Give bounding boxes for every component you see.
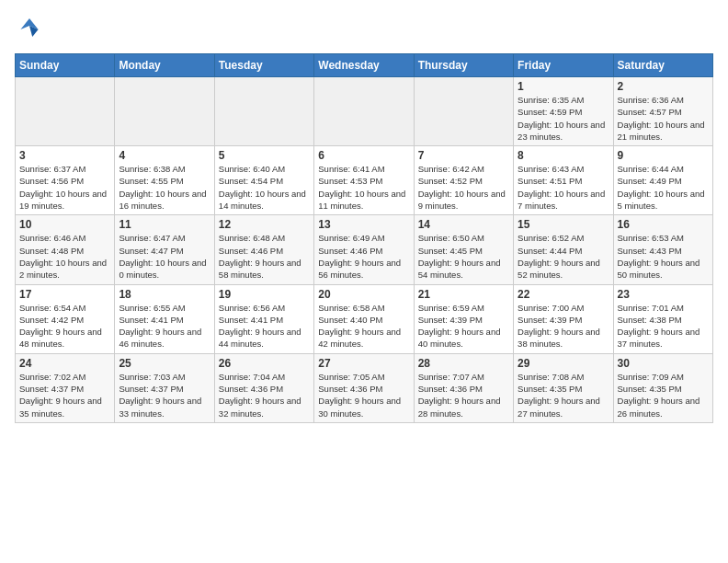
calendar-cell: 22Sunrise: 7:00 AM Sunset: 4:39 PM Dayli… — [514, 284, 613, 353]
weekday-header-thursday: Thursday — [414, 54, 513, 77]
day-number: 18 — [119, 288, 210, 301]
page-header — [15, 15, 713, 44]
calendar-cell: 28Sunrise: 7:07 AM Sunset: 4:36 PM Dayli… — [414, 353, 513, 422]
day-info: Sunrise: 7:08 AM Sunset: 4:35 PM Dayligh… — [518, 371, 609, 419]
calendar-cell: 10Sunrise: 6:46 AM Sunset: 4:48 PM Dayli… — [16, 215, 115, 284]
day-number: 19 — [219, 288, 310, 301]
day-number: 28 — [418, 357, 509, 370]
day-info: Sunrise: 7:00 AM Sunset: 4:39 PM Dayligh… — [518, 302, 609, 350]
day-info: Sunrise: 7:01 AM Sunset: 4:38 PM Dayligh… — [618, 302, 709, 350]
calendar-cell: 5Sunrise: 6:40 AM Sunset: 4:54 PM Daylig… — [214, 146, 313, 215]
day-info: Sunrise: 6:59 AM Sunset: 4:39 PM Dayligh… — [418, 302, 509, 350]
calendar-cell: 6Sunrise: 6:41 AM Sunset: 4:53 PM Daylig… — [314, 146, 414, 215]
calendar-cell: 29Sunrise: 7:08 AM Sunset: 4:35 PM Dayli… — [514, 353, 613, 422]
calendar-cell: 7Sunrise: 6:42 AM Sunset: 4:52 PM Daylig… — [414, 146, 513, 215]
day-info: Sunrise: 6:58 AM Sunset: 4:40 PM Dayligh… — [318, 302, 409, 350]
day-info: Sunrise: 6:37 AM Sunset: 4:56 PM Dayligh… — [19, 163, 110, 212]
day-number: 21 — [418, 288, 509, 301]
weekday-header-tuesday: Tuesday — [214, 54, 313, 77]
day-info: Sunrise: 6:41 AM Sunset: 4:53 PM Dayligh… — [318, 163, 409, 212]
calendar-cell: 20Sunrise: 6:58 AM Sunset: 4:40 PM Dayli… — [314, 284, 414, 353]
calendar-cell: 13Sunrise: 6:49 AM Sunset: 4:46 PM Dayli… — [314, 215, 414, 284]
day-number: 4 — [119, 149, 210, 162]
calendar-cell: 15Sunrise: 6:52 AM Sunset: 4:44 PM Dayli… — [514, 215, 613, 284]
day-info: Sunrise: 7:09 AM Sunset: 4:35 PM Dayligh… — [618, 371, 709, 419]
day-info: Sunrise: 6:43 AM Sunset: 4:51 PM Dayligh… — [518, 163, 609, 212]
day-info: Sunrise: 7:04 AM Sunset: 4:36 PM Dayligh… — [219, 371, 310, 419]
day-number: 17 — [19, 288, 110, 301]
day-number: 2 — [618, 80, 709, 93]
calendar-cell — [16, 77, 115, 146]
day-info: Sunrise: 6:49 AM Sunset: 4:46 PM Dayligh… — [318, 232, 409, 281]
day-info: Sunrise: 6:53 AM Sunset: 4:43 PM Dayligh… — [618, 232, 709, 281]
day-number: 11 — [119, 218, 210, 231]
day-number: 24 — [19, 357, 110, 370]
calendar-cell: 26Sunrise: 7:04 AM Sunset: 4:36 PM Dayli… — [214, 353, 313, 422]
day-info: Sunrise: 6:38 AM Sunset: 4:55 PM Dayligh… — [119, 163, 210, 212]
weekday-header-wednesday: Wednesday — [314, 54, 414, 77]
day-info: Sunrise: 6:50 AM Sunset: 4:45 PM Dayligh… — [418, 232, 509, 281]
day-number: 5 — [219, 149, 310, 162]
day-info: Sunrise: 7:02 AM Sunset: 4:37 PM Dayligh… — [19, 371, 110, 419]
calendar-cell: 17Sunrise: 6:54 AM Sunset: 4:42 PM Dayli… — [16, 284, 115, 353]
calendar-cell: 2Sunrise: 6:36 AM Sunset: 4:57 PM Daylig… — [613, 77, 712, 146]
calendar-cell: 4Sunrise: 6:38 AM Sunset: 4:55 PM Daylig… — [115, 146, 214, 215]
calendar-cell: 30Sunrise: 7:09 AM Sunset: 4:35 PM Dayli… — [613, 353, 712, 422]
weekday-header-sunday: Sunday — [16, 54, 115, 77]
day-number: 26 — [219, 357, 310, 370]
calendar-cell: 12Sunrise: 6:48 AM Sunset: 4:46 PM Dayli… — [214, 215, 313, 284]
day-number: 20 — [318, 288, 409, 301]
day-info: Sunrise: 6:56 AM Sunset: 4:41 PM Dayligh… — [219, 302, 310, 350]
calendar-cell: 8Sunrise: 6:43 AM Sunset: 4:51 PM Daylig… — [514, 146, 613, 215]
day-number: 7 — [418, 149, 509, 162]
calendar-cell: 1Sunrise: 6:35 AM Sunset: 4:59 PM Daylig… — [514, 77, 613, 146]
calendar-cell: 18Sunrise: 6:55 AM Sunset: 4:41 PM Dayli… — [115, 284, 214, 353]
day-number: 25 — [119, 357, 210, 370]
weekday-header-saturday: Saturday — [613, 54, 712, 77]
svg-marker-0 — [20, 18, 38, 29]
day-info: Sunrise: 6:44 AM Sunset: 4:49 PM Dayligh… — [618, 163, 709, 212]
day-number: 23 — [618, 288, 709, 301]
calendar-cell: 24Sunrise: 7:02 AM Sunset: 4:37 PM Dayli… — [16, 353, 115, 422]
calendar-cell: 27Sunrise: 7:05 AM Sunset: 4:36 PM Dayli… — [314, 353, 414, 422]
calendar-cell: 25Sunrise: 7:03 AM Sunset: 4:37 PM Dayli… — [115, 353, 214, 422]
calendar-cell — [314, 77, 414, 146]
day-number: 30 — [618, 357, 709, 370]
day-number: 29 — [518, 357, 609, 370]
day-info: Sunrise: 6:40 AM Sunset: 4:54 PM Dayligh… — [219, 163, 310, 212]
calendar-cell: 3Sunrise: 6:37 AM Sunset: 4:56 PM Daylig… — [16, 146, 115, 215]
day-number: 15 — [518, 218, 609, 231]
day-info: Sunrise: 7:05 AM Sunset: 4:36 PM Dayligh… — [318, 371, 409, 419]
day-info: Sunrise: 6:48 AM Sunset: 4:46 PM Dayligh… — [219, 232, 310, 281]
calendar-week-5: 24Sunrise: 7:02 AM Sunset: 4:37 PM Dayli… — [16, 353, 713, 422]
calendar-cell: 14Sunrise: 6:50 AM Sunset: 4:45 PM Dayli… — [414, 215, 513, 284]
calendar-cell: 16Sunrise: 6:53 AM Sunset: 4:43 PM Dayli… — [613, 215, 712, 284]
calendar-cell: 23Sunrise: 7:01 AM Sunset: 4:38 PM Dayli… — [613, 284, 712, 353]
day-info: Sunrise: 7:07 AM Sunset: 4:36 PM Dayligh… — [418, 371, 509, 419]
day-number: 16 — [618, 218, 709, 231]
day-number: 3 — [19, 149, 110, 162]
weekday-header-friday: Friday — [514, 54, 613, 77]
day-number: 27 — [318, 357, 409, 370]
calendar-week-1: 1Sunrise: 6:35 AM Sunset: 4:59 PM Daylig… — [16, 77, 713, 146]
calendar-week-4: 17Sunrise: 6:54 AM Sunset: 4:42 PM Dayli… — [16, 284, 713, 353]
calendar-cell: 19Sunrise: 6:56 AM Sunset: 4:41 PM Dayli… — [214, 284, 313, 353]
calendar-cell — [115, 77, 214, 146]
day-number: 8 — [518, 149, 609, 162]
calendar-cell: 21Sunrise: 6:59 AM Sunset: 4:39 PM Dayli… — [414, 284, 513, 353]
day-info: Sunrise: 7:03 AM Sunset: 4:37 PM Dayligh… — [119, 371, 210, 419]
day-number: 6 — [318, 149, 409, 162]
calendar-cell: 11Sunrise: 6:47 AM Sunset: 4:47 PM Dayli… — [115, 215, 214, 284]
calendar-week-2: 3Sunrise: 6:37 AM Sunset: 4:56 PM Daylig… — [16, 146, 713, 215]
calendar-cell — [214, 77, 313, 146]
day-number: 9 — [618, 149, 709, 162]
logo — [15, 15, 48, 44]
calendar-table: SundayMondayTuesdayWednesdayThursdayFrid… — [15, 53, 713, 423]
day-info: Sunrise: 6:36 AM Sunset: 4:57 PM Dayligh… — [618, 94, 709, 143]
day-info: Sunrise: 6:42 AM Sunset: 4:52 PM Dayligh… — [418, 163, 509, 212]
day-number: 13 — [318, 218, 409, 231]
day-info: Sunrise: 6:35 AM Sunset: 4:59 PM Dayligh… — [518, 94, 609, 143]
logo-icon — [15, 15, 44, 44]
calendar-cell: 9Sunrise: 6:44 AM Sunset: 4:49 PM Daylig… — [613, 146, 712, 215]
day-info: Sunrise: 6:55 AM Sunset: 4:41 PM Dayligh… — [119, 302, 210, 350]
